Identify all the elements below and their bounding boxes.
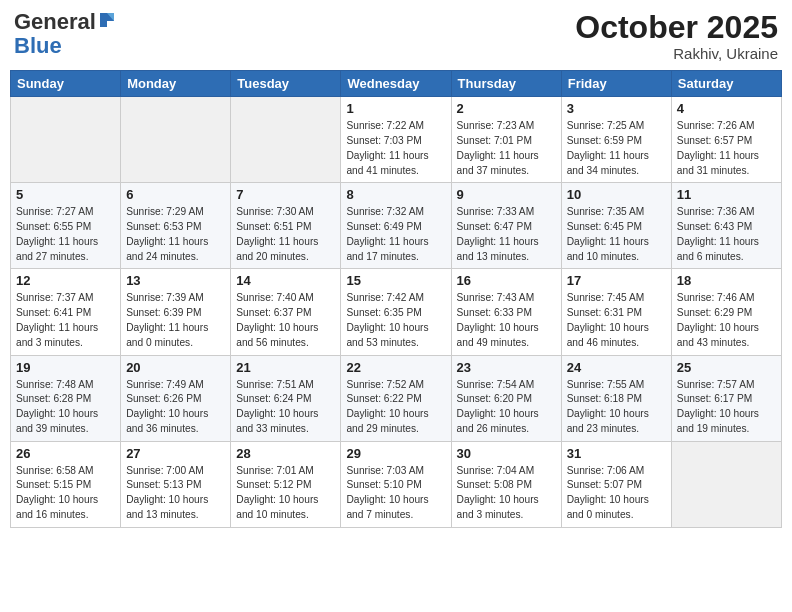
- day-number: 27: [126, 446, 225, 461]
- day-info: Sunrise: 7:46 AMSunset: 6:29 PMDaylight:…: [677, 291, 776, 350]
- day-info: Sunrise: 7:36 AMSunset: 6:43 PMDaylight:…: [677, 205, 776, 264]
- day-number: 9: [457, 187, 556, 202]
- day-info: Sunrise: 7:54 AMSunset: 6:20 PMDaylight:…: [457, 378, 556, 437]
- calendar-cell: 7Sunrise: 7:30 AMSunset: 6:51 PMDaylight…: [231, 183, 341, 269]
- day-number: 30: [457, 446, 556, 461]
- day-number: 13: [126, 273, 225, 288]
- week-row-2: 5Sunrise: 7:27 AMSunset: 6:55 PMDaylight…: [11, 183, 782, 269]
- calendar-cell: 1Sunrise: 7:22 AMSunset: 7:03 PMDaylight…: [341, 97, 451, 183]
- calendar-cell: 10Sunrise: 7:35 AMSunset: 6:45 PMDayligh…: [561, 183, 671, 269]
- day-info: Sunrise: 7:49 AMSunset: 6:26 PMDaylight:…: [126, 378, 225, 437]
- calendar-cell: [11, 97, 121, 183]
- weekday-header-thursday: Thursday: [451, 71, 561, 97]
- day-info: Sunrise: 7:40 AMSunset: 6:37 PMDaylight:…: [236, 291, 335, 350]
- weekday-header-row: SundayMondayTuesdayWednesdayThursdayFrid…: [11, 71, 782, 97]
- calendar-cell: 20Sunrise: 7:49 AMSunset: 6:26 PMDayligh…: [121, 355, 231, 441]
- day-info: Sunrise: 7:03 AMSunset: 5:10 PMDaylight:…: [346, 464, 445, 523]
- calendar-cell: 4Sunrise: 7:26 AMSunset: 6:57 PMDaylight…: [671, 97, 781, 183]
- calendar-cell: 21Sunrise: 7:51 AMSunset: 6:24 PMDayligh…: [231, 355, 341, 441]
- day-number: 6: [126, 187, 225, 202]
- day-number: 23: [457, 360, 556, 375]
- calendar-cell: 27Sunrise: 7:00 AMSunset: 5:13 PMDayligh…: [121, 441, 231, 527]
- calendar-cell: 8Sunrise: 7:32 AMSunset: 6:49 PMDaylight…: [341, 183, 451, 269]
- week-row-4: 19Sunrise: 7:48 AMSunset: 6:28 PMDayligh…: [11, 355, 782, 441]
- day-info: Sunrise: 7:37 AMSunset: 6:41 PMDaylight:…: [16, 291, 115, 350]
- day-info: Sunrise: 7:29 AMSunset: 6:53 PMDaylight:…: [126, 205, 225, 264]
- day-info: Sunrise: 7:42 AMSunset: 6:35 PMDaylight:…: [346, 291, 445, 350]
- day-info: Sunrise: 7:43 AMSunset: 6:33 PMDaylight:…: [457, 291, 556, 350]
- calendar-cell: 31Sunrise: 7:06 AMSunset: 5:07 PMDayligh…: [561, 441, 671, 527]
- day-info: Sunrise: 7:22 AMSunset: 7:03 PMDaylight:…: [346, 119, 445, 178]
- calendar-cell: 24Sunrise: 7:55 AMSunset: 6:18 PMDayligh…: [561, 355, 671, 441]
- calendar-cell: [231, 97, 341, 183]
- day-number: 18: [677, 273, 776, 288]
- day-number: 12: [16, 273, 115, 288]
- calendar-cell: 30Sunrise: 7:04 AMSunset: 5:08 PMDayligh…: [451, 441, 561, 527]
- calendar-cell: 19Sunrise: 7:48 AMSunset: 6:28 PMDayligh…: [11, 355, 121, 441]
- day-number: 1: [346, 101, 445, 116]
- calendar-cell: 11Sunrise: 7:36 AMSunset: 6:43 PMDayligh…: [671, 183, 781, 269]
- calendar-table: SundayMondayTuesdayWednesdayThursdayFrid…: [10, 70, 782, 528]
- calendar-cell: 28Sunrise: 7:01 AMSunset: 5:12 PMDayligh…: [231, 441, 341, 527]
- day-info: Sunrise: 7:39 AMSunset: 6:39 PMDaylight:…: [126, 291, 225, 350]
- calendar-cell: [121, 97, 231, 183]
- calendar-cell: 5Sunrise: 7:27 AMSunset: 6:55 PMDaylight…: [11, 183, 121, 269]
- day-info: Sunrise: 7:52 AMSunset: 6:22 PMDaylight:…: [346, 378, 445, 437]
- day-number: 7: [236, 187, 335, 202]
- day-number: 2: [457, 101, 556, 116]
- day-number: 3: [567, 101, 666, 116]
- weekday-header-tuesday: Tuesday: [231, 71, 341, 97]
- day-info: Sunrise: 7:45 AMSunset: 6:31 PMDaylight:…: [567, 291, 666, 350]
- day-info: Sunrise: 7:35 AMSunset: 6:45 PMDaylight:…: [567, 205, 666, 264]
- day-info: Sunrise: 7:23 AMSunset: 7:01 PMDaylight:…: [457, 119, 556, 178]
- day-number: 28: [236, 446, 335, 461]
- day-number: 31: [567, 446, 666, 461]
- day-number: 8: [346, 187, 445, 202]
- day-number: 19: [16, 360, 115, 375]
- day-info: Sunrise: 7:33 AMSunset: 6:47 PMDaylight:…: [457, 205, 556, 264]
- day-number: 16: [457, 273, 556, 288]
- day-number: 26: [16, 446, 115, 461]
- day-info: Sunrise: 7:55 AMSunset: 6:18 PMDaylight:…: [567, 378, 666, 437]
- weekday-header-monday: Monday: [121, 71, 231, 97]
- day-number: 22: [346, 360, 445, 375]
- week-row-5: 26Sunrise: 6:58 AMSunset: 5:15 PMDayligh…: [11, 441, 782, 527]
- day-number: 14: [236, 273, 335, 288]
- calendar-cell: 2Sunrise: 7:23 AMSunset: 7:01 PMDaylight…: [451, 97, 561, 183]
- calendar-cell: 16Sunrise: 7:43 AMSunset: 6:33 PMDayligh…: [451, 269, 561, 355]
- day-number: 11: [677, 187, 776, 202]
- location: Rakhiv, Ukraine: [575, 45, 778, 62]
- weekday-header-wednesday: Wednesday: [341, 71, 451, 97]
- calendar-cell: 14Sunrise: 7:40 AMSunset: 6:37 PMDayligh…: [231, 269, 341, 355]
- weekday-header-friday: Friday: [561, 71, 671, 97]
- month-title: October 2025: [575, 10, 778, 45]
- day-number: 15: [346, 273, 445, 288]
- calendar-cell: 18Sunrise: 7:46 AMSunset: 6:29 PMDayligh…: [671, 269, 781, 355]
- day-number: 5: [16, 187, 115, 202]
- calendar-cell: [671, 441, 781, 527]
- calendar-cell: 23Sunrise: 7:54 AMSunset: 6:20 PMDayligh…: [451, 355, 561, 441]
- logo-flag-icon: [98, 11, 116, 29]
- day-number: 4: [677, 101, 776, 116]
- page-header: General Blue October 2025 Rakhiv, Ukrain…: [10, 10, 782, 62]
- calendar-cell: 22Sunrise: 7:52 AMSunset: 6:22 PMDayligh…: [341, 355, 451, 441]
- day-info: Sunrise: 7:06 AMSunset: 5:07 PMDaylight:…: [567, 464, 666, 523]
- day-info: Sunrise: 7:27 AMSunset: 6:55 PMDaylight:…: [16, 205, 115, 264]
- calendar-cell: 17Sunrise: 7:45 AMSunset: 6:31 PMDayligh…: [561, 269, 671, 355]
- day-info: Sunrise: 7:04 AMSunset: 5:08 PMDaylight:…: [457, 464, 556, 523]
- calendar-cell: 13Sunrise: 7:39 AMSunset: 6:39 PMDayligh…: [121, 269, 231, 355]
- day-number: 29: [346, 446, 445, 461]
- calendar-cell: 25Sunrise: 7:57 AMSunset: 6:17 PMDayligh…: [671, 355, 781, 441]
- day-number: 25: [677, 360, 776, 375]
- calendar-cell: 26Sunrise: 6:58 AMSunset: 5:15 PMDayligh…: [11, 441, 121, 527]
- weekday-header-sunday: Sunday: [11, 71, 121, 97]
- calendar-cell: 29Sunrise: 7:03 AMSunset: 5:10 PMDayligh…: [341, 441, 451, 527]
- day-info: Sunrise: 7:01 AMSunset: 5:12 PMDaylight:…: [236, 464, 335, 523]
- day-info: Sunrise: 7:51 AMSunset: 6:24 PMDaylight:…: [236, 378, 335, 437]
- calendar-cell: 3Sunrise: 7:25 AMSunset: 6:59 PMDaylight…: [561, 97, 671, 183]
- day-info: Sunrise: 7:30 AMSunset: 6:51 PMDaylight:…: [236, 205, 335, 264]
- week-row-3: 12Sunrise: 7:37 AMSunset: 6:41 PMDayligh…: [11, 269, 782, 355]
- day-number: 20: [126, 360, 225, 375]
- day-info: Sunrise: 7:32 AMSunset: 6:49 PMDaylight:…: [346, 205, 445, 264]
- day-number: 17: [567, 273, 666, 288]
